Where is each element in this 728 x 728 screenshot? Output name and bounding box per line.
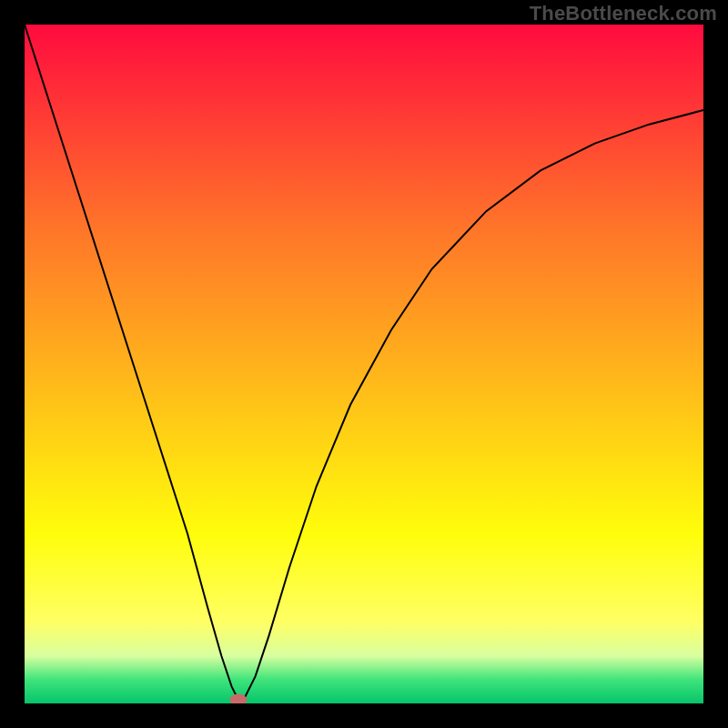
bottleneck-curve — [25, 25, 703, 703]
watermark-label: TheBottleneck.com — [530, 2, 717, 25]
optimal-point-marker — [229, 694, 247, 703]
chart-frame: TheBottleneck.com — [0, 0, 728, 728]
plot-area — [25, 25, 703, 703]
